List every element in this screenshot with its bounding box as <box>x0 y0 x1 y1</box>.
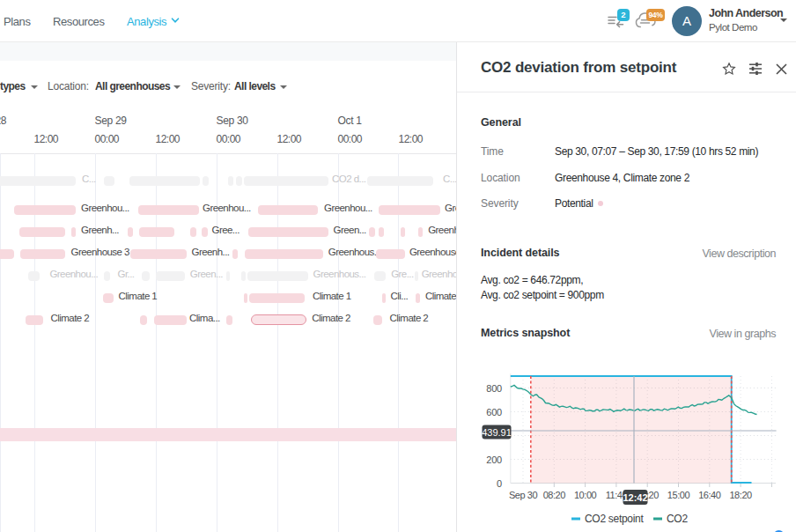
svg-text:CO2: CO2 <box>667 513 688 525</box>
svg-text:16:40: 16:40 <box>698 490 721 500</box>
svg-text:15:00: 15:00 <box>667 490 690 500</box>
svg-text:600: 600 <box>486 407 502 417</box>
svg-text:Sep 30: Sep 30 <box>509 490 537 500</box>
svg-text:10:00: 10:00 <box>574 490 597 500</box>
svg-text:18:20: 18:20 <box>729 490 752 500</box>
svg-text:12:42: 12:42 <box>623 492 647 503</box>
svg-text:800: 800 <box>486 383 502 394</box>
svg-text:439.91: 439.91 <box>482 427 512 438</box>
svg-text:200: 200 <box>486 454 502 465</box>
svg-text:CO2 setpoint: CO2 setpoint <box>585 513 644 525</box>
svg-text:0: 0 <box>497 478 502 489</box>
svg-text:08:20: 08:20 <box>543 490 566 500</box>
